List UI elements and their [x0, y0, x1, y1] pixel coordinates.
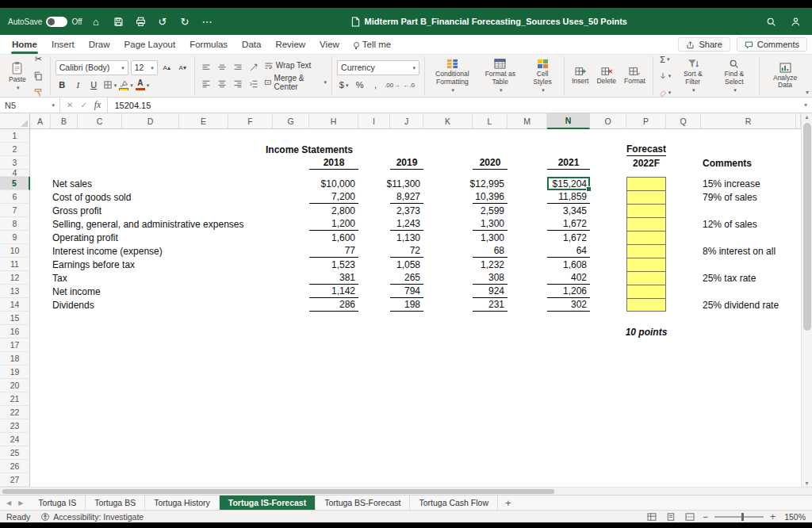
row-header-9[interactable]: 9 [0, 231, 30, 244]
tab-insert[interactable]: Insert [44, 35, 82, 54]
scroll-up-icon[interactable]: ▲ [804, 114, 810, 120]
autosum-button[interactable]: Σ▾ [658, 55, 672, 66]
sheet-title[interactable]: Income Statements [228, 143, 390, 156]
value-cell[interactable]: $11,300 [390, 177, 423, 190]
undo-icon[interactable]: ↺ [155, 13, 171, 30]
zoom-in-icon[interactable]: + [770, 512, 776, 522]
tab-page-layout[interactable]: Page Layout [117, 35, 183, 54]
year-header[interactable]: 2019 [390, 156, 423, 170]
row-header-2[interactable]: 2 [0, 143, 30, 156]
account-icon[interactable] [787, 13, 804, 30]
value-cell[interactable]: 308 [473, 271, 508, 285]
row-header-18[interactable]: 18 [0, 352, 30, 365]
row-header-26[interactable]: 26 [0, 460, 30, 473]
bold-button[interactable]: B [56, 78, 69, 92]
row-header-12[interactable]: 12 [0, 271, 30, 285]
column-header-K[interactable]: K [423, 113, 473, 129]
value-cell[interactable]: 1,608 [547, 258, 590, 271]
row-header-11[interactable]: 11 [0, 258, 30, 271]
decrease-font-size-icon[interactable]: A▾ [176, 61, 190, 75]
cell-styles-button[interactable]: Cell Styles ▾ [526, 59, 559, 93]
row-header-13[interactable]: 13 [0, 285, 30, 298]
formula-input[interactable]: 15204.15 [108, 98, 799, 113]
year-header[interactable]: 2021 [547, 156, 590, 170]
value-cell[interactable]: 1,142 [309, 285, 358, 298]
forecast-input-cell[interactable] [626, 190, 666, 204]
column-header-O[interactable]: O [590, 113, 626, 129]
column-header-F[interactable]: F [228, 113, 273, 129]
value-cell[interactable]: 1,058 [390, 258, 423, 271]
font-size-select[interactable]: 12 ▾ [131, 60, 158, 75]
column-header-A[interactable]: A [30, 113, 51, 129]
row-header-17[interactable]: 17 [0, 339, 30, 352]
zoom-slider-thumb[interactable] [741, 513, 744, 521]
zoom-slider[interactable] [714, 516, 764, 518]
autosave-toggle[interactable] [46, 17, 67, 27]
value-cell[interactable]: 1,672 [547, 217, 590, 231]
delete-cells-button[interactable]: Delete [594, 67, 619, 85]
value-cell[interactable]: 7,200 [309, 190, 358, 204]
share-button[interactable]: Share [678, 37, 730, 52]
comment-cell[interactable]: 15% increase [701, 177, 801, 190]
value-cell[interactable]: 1,243 [390, 217, 423, 231]
column-header-E[interactable]: E [179, 113, 228, 129]
autosave-control[interactable]: AutoSave Off [8, 17, 82, 27]
forecast-input-cell[interactable] [626, 244, 666, 258]
value-cell[interactable]: 11,859 [547, 190, 590, 204]
value-cell[interactable]: 8,927 [390, 190, 423, 204]
font-name-select[interactable]: Calibri (Body) ▾ [56, 60, 128, 75]
forecast-input-cell[interactable] [626, 258, 666, 271]
next-sheet-icon[interactable]: ▶ [18, 499, 23, 507]
forecast-header[interactable]: Forecast [626, 143, 666, 156]
selected-cell[interactable]: $15,204 [547, 177, 590, 190]
row-label[interactable]: Operating profit [51, 231, 309, 244]
forecast-input-cell[interactable] [626, 217, 666, 231]
value-cell[interactable]: 1,300 [473, 217, 508, 231]
row-header-16[interactable]: 16 [0, 325, 30, 339]
value-cell[interactable]: 402 [547, 271, 590, 285]
paste-button[interactable]: Paste ▾ [6, 61, 29, 90]
align-right-icon[interactable] [232, 78, 245, 91]
insert-function-icon[interactable]: fx [94, 99, 102, 111]
row-header-23[interactable]: 23 [0, 419, 30, 433]
increase-font-size-icon[interactable]: A▴ [160, 61, 174, 75]
comment-cell[interactable]: 12% of sales [701, 217, 801, 231]
comma-style-icon[interactable]: , [369, 78, 382, 92]
comment-cell[interactable]: 79% of sales [701, 190, 801, 204]
value-cell[interactable]: $10,000 [309, 177, 358, 190]
page-break-view-icon[interactable] [684, 511, 696, 522]
forecast-input-cell[interactable] [626, 204, 666, 217]
forecast-input-cell[interactable] [626, 298, 666, 312]
align-middle-icon[interactable] [216, 61, 229, 75]
sheet-tab-tortuga-bs-forecast[interactable]: Tortuga BS-Forecast [316, 495, 410, 510]
fill-button[interactable]: ▾ [658, 69, 672, 82]
format-cells-button[interactable]: Format [622, 67, 648, 85]
forecast-input-cell[interactable] [626, 231, 666, 244]
value-cell[interactable]: 924 [473, 285, 508, 298]
row-header-1[interactable]: 1 [0, 129, 30, 143]
search-icon[interactable] [763, 13, 779, 30]
orientation-icon[interactable] [247, 61, 261, 75]
accounting-format-icon[interactable]: $▾ [337, 78, 350, 92]
row-label[interactable]: Net income [51, 285, 309, 298]
row-header-27[interactable]: 27 [0, 473, 30, 487]
value-cell[interactable]: 68 [473, 244, 508, 258]
value-cell[interactable]: 1,300 [473, 231, 508, 244]
column-header-D[interactable]: D [122, 113, 179, 129]
comment-cell[interactable]: 25% dividend rate [701, 298, 801, 312]
prev-sheet-icon[interactable]: ◀ [6, 499, 11, 507]
row-header-25[interactable]: 25 [0, 446, 30, 460]
collapse-ribbon-icon[interactable]: ▾ [806, 89, 809, 96]
row-header-8[interactable]: 8 [0, 217, 30, 231]
align-left-icon[interactable] [200, 78, 213, 91]
comment-cell[interactable]: 25% tax rate [701, 271, 801, 285]
value-cell[interactable]: 3,345 [547, 204, 590, 217]
name-box[interactable]: N5 ▾ [0, 98, 60, 113]
column-header-J[interactable]: J [390, 113, 423, 129]
column-header-Q[interactable]: Q [666, 113, 701, 129]
value-cell[interactable]: $12,995 [473, 177, 508, 190]
row-header-22[interactable]: 22 [0, 406, 30, 419]
page-layout-view-icon[interactable] [665, 511, 677, 522]
sort-filter-button[interactable]: Sort & Filter ▾ [675, 59, 711, 93]
cancel-icon[interactable]: ✕ [67, 101, 73, 109]
